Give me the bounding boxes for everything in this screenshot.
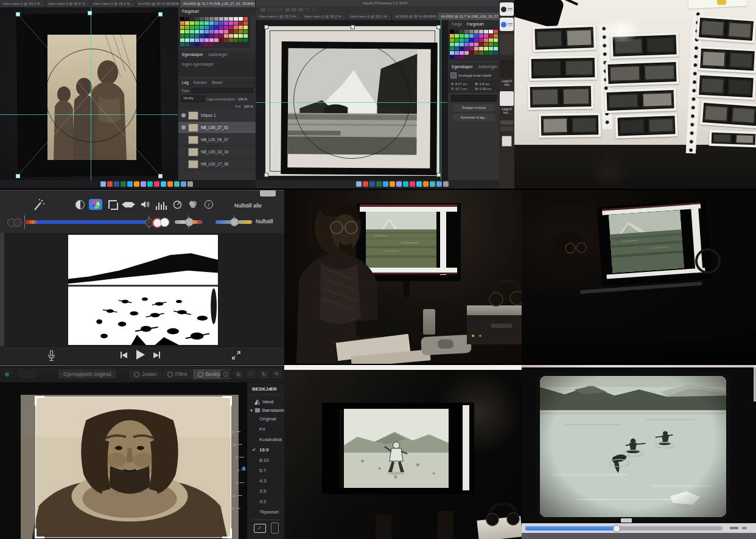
transform-handle[interactable] bbox=[88, 11, 92, 15]
next-frame-button[interactable] bbox=[153, 352, 160, 358]
color-swatch[interactable] bbox=[484, 43, 488, 46]
saturation-knob[interactable] bbox=[185, 218, 194, 226]
dock-app-icon[interactable] bbox=[363, 181, 368, 187]
seek-knob[interactable] bbox=[613, 525, 620, 532]
dock-app-icon[interactable] bbox=[390, 181, 395, 187]
favorite-heart-icon[interactable]: ♡ bbox=[246, 370, 256, 378]
aspect-ratio-option[interactable]: ✓ Tilpasset bbox=[247, 507, 284, 517]
mouse[interactable] bbox=[438, 339, 453, 349]
color-swatch[interactable] bbox=[214, 30, 219, 33]
transform-handle[interactable] bbox=[436, 173, 441, 177]
canvas-area[interactable] bbox=[256, 20, 447, 180]
color-swatch[interactable] bbox=[209, 21, 214, 25]
color-swatch[interactable] bbox=[494, 47, 498, 50]
microphone-icon[interactable] bbox=[47, 350, 55, 362]
dock-app-icon[interactable] bbox=[134, 181, 139, 187]
color-swatch[interactable] bbox=[180, 26, 184, 29]
color-swatch[interactable] bbox=[489, 51, 493, 55]
fullscreen-icon[interactable] bbox=[231, 350, 241, 360]
visibility-eye-icon[interactable] bbox=[181, 113, 186, 117]
document-tab[interactable]: ALV000 @ 50 % (RGB/8) bbox=[135, 0, 180, 7]
color-swatch[interactable] bbox=[209, 34, 214, 38]
color-swatch[interactable] bbox=[469, 30, 474, 33]
color-swatch[interactable] bbox=[450, 51, 454, 55]
color-swatch[interactable] bbox=[190, 34, 194, 38]
aspect-ratio-option[interactable]: ✓ Kvadratisk bbox=[247, 434, 284, 445]
color-swatch[interactable] bbox=[200, 43, 204, 46]
dock-app-icon[interactable] bbox=[174, 181, 180, 187]
color-swatch[interactable] bbox=[455, 38, 459, 42]
photo-thumbnail[interactable] bbox=[500, 60, 514, 78]
color-swatch[interactable] bbox=[469, 34, 474, 38]
aspect-ratio-option[interactable]: ✓ 5:7 bbox=[247, 465, 284, 476]
color-swatch[interactable] bbox=[479, 47, 483, 50]
dock-app-icon[interactable] bbox=[423, 181, 429, 187]
convert-button[interactable]: Konverter til lag... bbox=[453, 114, 495, 121]
color-swatch[interactable] bbox=[229, 26, 233, 29]
color-swatch[interactable] bbox=[494, 30, 498, 33]
layer-row[interactable]: Ellipse 1 bbox=[178, 110, 256, 122]
aspect-ratio-option[interactable]: ✓ 4:3 bbox=[247, 476, 284, 486]
color-swatch[interactable] bbox=[195, 43, 199, 46]
color-swatch[interactable] bbox=[195, 34, 199, 38]
color-swatch[interactable] bbox=[229, 17, 233, 21]
crop-handle-top-left[interactable] bbox=[35, 396, 44, 406]
color-swatch[interactable] bbox=[224, 21, 228, 25]
transform-handle[interactable] bbox=[158, 12, 163, 16]
reset-button[interactable]: Nullstill bbox=[256, 218, 273, 224]
interpolation-field[interactable] bbox=[451, 95, 497, 102]
color-swatch[interactable] bbox=[214, 34, 219, 38]
color-swatch[interactable] bbox=[243, 34, 248, 38]
color-swatch[interactable] bbox=[185, 43, 189, 46]
dock-app-icon[interactable] bbox=[436, 181, 442, 187]
h-value[interactable]: 0,99 cm bbox=[480, 87, 492, 91]
dock-app-icon[interactable] bbox=[383, 181, 388, 187]
color-swatch[interactable] bbox=[460, 51, 464, 55]
color-swatch[interactable] bbox=[239, 34, 243, 38]
layer-row[interactable]: NB_L00_17_06 bbox=[178, 158, 256, 170]
color-swatch[interactable] bbox=[214, 26, 219, 29]
layer-row[interactable]: NB_L00_33_16 bbox=[178, 146, 256, 158]
reset-all-button[interactable]: Nullstill alle bbox=[234, 203, 262, 209]
y-value[interactable]: 10,7 cm bbox=[455, 87, 467, 91]
color-swatch[interactable] bbox=[209, 30, 214, 33]
color-swatch[interactable] bbox=[224, 26, 228, 29]
color-swatch[interactable] bbox=[195, 30, 199, 33]
crop-handle-bottom-left[interactable] bbox=[35, 529, 44, 538]
color-swatch[interactable] bbox=[464, 34, 469, 38]
stabilization-camera-icon[interactable] bbox=[122, 199, 135, 210]
black-point-knob[interactable] bbox=[13, 218, 22, 227]
color-swatch[interactable] bbox=[484, 34, 488, 38]
color-swatch[interactable] bbox=[489, 47, 493, 50]
color-swatch[interactable] bbox=[234, 26, 238, 29]
color-swatch[interactable] bbox=[239, 21, 243, 25]
color-swatch[interactable] bbox=[209, 17, 214, 21]
color-swatch[interactable] bbox=[205, 38, 209, 42]
color-swatch[interactable] bbox=[479, 30, 483, 33]
color-swatch[interactable] bbox=[234, 38, 238, 42]
transform-handle[interactable] bbox=[436, 25, 441, 29]
color-swatch[interactable] bbox=[455, 51, 459, 55]
color-swatch[interactable] bbox=[239, 30, 243, 33]
color-swatch[interactable] bbox=[464, 38, 469, 42]
color-swatch[interactable] bbox=[200, 21, 204, 25]
color-swatch[interactable] bbox=[243, 21, 248, 25]
dock-app-icon[interactable] bbox=[100, 181, 106, 187]
color-swatch[interactable] bbox=[195, 26, 199, 29]
zoom-slider-pill[interactable] bbox=[18, 370, 37, 378]
color-swatch[interactable] bbox=[489, 34, 493, 38]
swatches-grid[interactable] bbox=[178, 15, 250, 48]
volume-icon[interactable] bbox=[139, 199, 152, 210]
document-tab[interactable]: Uten navn-1 @ 33,3 % ... bbox=[0, 0, 45, 7]
color-swatch[interactable] bbox=[209, 26, 214, 29]
color-swatch[interactable] bbox=[214, 38, 219, 42]
color-swatch[interactable] bbox=[455, 43, 459, 46]
aspect-ratio-option[interactable]: ✓ Fri bbox=[247, 424, 284, 434]
color-swatch[interactable] bbox=[243, 38, 248, 42]
equalizer-icon[interactable] bbox=[155, 199, 168, 210]
opacity-value[interactable]: 100 % bbox=[238, 97, 248, 101]
tool-preset-icon[interactable] bbox=[261, 8, 265, 12]
color-swatch[interactable] bbox=[180, 43, 184, 46]
color-swatch[interactable] bbox=[464, 30, 469, 33]
rotation-dial[interactable]: 15105051015 bbox=[224, 425, 246, 516]
